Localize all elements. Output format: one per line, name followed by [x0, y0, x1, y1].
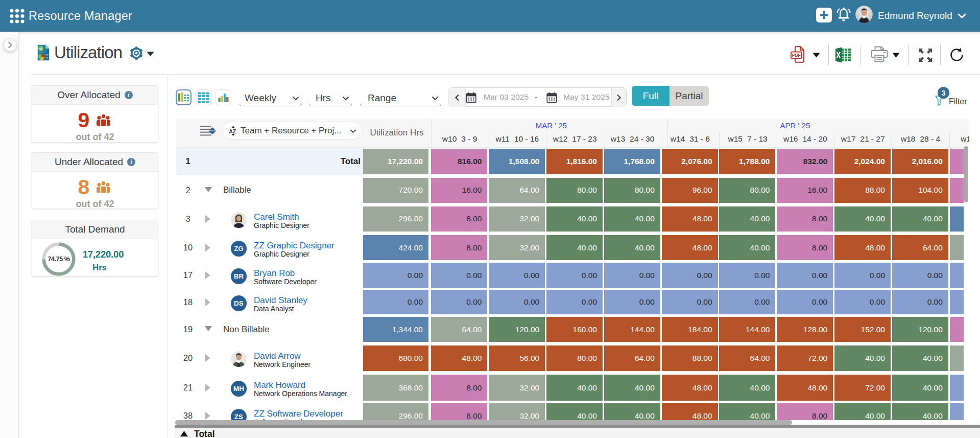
week-cell[interactable]: 80.00 — [546, 345, 603, 371]
utilization-cell[interactable]: 0.00 — [363, 290, 429, 315]
week-cell[interactable]: 8.00 — [431, 375, 487, 401]
week-cell[interactable]: 40.00 — [604, 403, 660, 420]
week-cell[interactable]: 88.00 — [662, 345, 718, 371]
print-icon[interactable] — [871, 46, 888, 62]
week-cell[interactable]: 40.00 — [719, 235, 775, 260]
week-cell[interactable]: 40.00 — [834, 403, 891, 420]
week-cell[interactable]: 0.00 — [662, 290, 718, 315]
week-cell[interactable]: 40.00 — [719, 206, 775, 232]
utilization-cell[interactable]: 1,344.00 — [363, 317, 429, 342]
week-cell[interactable]: 80.00 — [604, 178, 660, 203]
week-cell[interactable]: 0.00 — [431, 263, 487, 288]
week-cell[interactable]: 120.00 — [489, 317, 545, 342]
week-cell-partial[interactable] — [950, 317, 964, 342]
resource-name[interactable]: David Stanley — [254, 295, 307, 306]
week-cell[interactable]: 40.00 — [546, 375, 603, 401]
user-avatar[interactable] — [855, 6, 873, 23]
gantt-view-button[interactable] — [176, 89, 192, 105]
week-cell[interactable]: 40.00 — [604, 375, 660, 401]
week-cell[interactable]: 8.00 — [777, 235, 833, 260]
week-cell[interactable]: 40.00 — [892, 403, 948, 420]
week-cell[interactable]: 48.00 — [662, 235, 718, 260]
week-cell[interactable]: 48.00 — [662, 206, 718, 232]
week-cell[interactable]: 128.00 — [777, 317, 833, 342]
period-select[interactable]: Weekly — [245, 93, 276, 104]
resource-name[interactable]: ZZ Software Developer — [254, 409, 343, 419]
info-icon[interactable]: i — [125, 91, 133, 99]
week-cell[interactable]: 0.00 — [834, 263, 891, 288]
week-cell[interactable]: 104.00 — [892, 178, 948, 203]
week-cell[interactable]: 40.00 — [604, 206, 660, 232]
toggle-partial-button[interactable]: Partial — [670, 86, 709, 106]
group-label[interactable]: Non Billable — [223, 317, 270, 342]
week-cell[interactable]: 80.00 — [546, 178, 603, 203]
week-cell[interactable]: 32.00 — [489, 375, 545, 401]
week-cell[interactable]: 8.00 — [777, 403, 833, 420]
week-cell[interactable]: 32.00 — [489, 206, 545, 232]
filter-label[interactable]: Filter — [949, 97, 967, 106]
week-header[interactable]: w103 - 9 — [431, 132, 489, 147]
add-button[interactable] — [816, 8, 832, 22]
week-cell[interactable]: 40.00 — [719, 375, 775, 401]
week-cell[interactable]: 64.00 — [719, 345, 775, 371]
utilization-cell[interactable]: 17,220.00 — [363, 149, 429, 174]
week-header[interactable]: w1614 - 20 — [777, 132, 834, 147]
week-cell[interactable]: 40.00 — [719, 403, 775, 420]
week-header[interactable]: w1324 - 30 — [604, 132, 661, 147]
week-cell[interactable]: 1,768.00 — [604, 149, 660, 174]
utilization-cell[interactable]: 424.00 — [363, 235, 429, 260]
week-cell[interactable]: 0.00 — [719, 263, 775, 288]
expand-resource-icon[interactable] — [205, 244, 210, 251]
date-prev-button[interactable] — [448, 88, 466, 107]
week-cell[interactable]: 0.00 — [604, 263, 660, 288]
caret-down-icon[interactable] — [146, 51, 155, 57]
week-header[interactable]: w1431 - 6 — [661, 132, 719, 147]
week-cell[interactable]: 1,508.00 — [489, 149, 545, 174]
week-cell[interactable]: 0.00 — [834, 290, 891, 315]
utilization-cell[interactable]: 296.00 — [363, 206, 429, 232]
week-cell[interactable]: 40.00 — [546, 235, 603, 260]
expand-resource-icon[interactable] — [205, 384, 210, 391]
week-cell[interactable]: 0.00 — [431, 290, 487, 315]
excel-export-icon[interactable] — [835, 47, 852, 63]
week-cell[interactable]: 8.00 — [431, 403, 487, 420]
group-label[interactable]: Billable — [223, 178, 251, 203]
week-cell[interactable]: 184.00 — [662, 317, 718, 342]
week-cell[interactable]: 64.00 — [431, 317, 487, 342]
expand-resource-icon[interactable] — [205, 354, 210, 362]
week-header[interactable]: w1828 - 4 — [892, 132, 949, 147]
utilization-cell[interactable]: 296.00 — [363, 403, 429, 420]
week-cell[interactable]: 40.00 — [892, 375, 948, 401]
week-cell[interactable]: 1,816.00 — [546, 149, 603, 174]
week-cell[interactable]: 0.00 — [546, 290, 603, 315]
week-cell[interactable]: 32.00 — [489, 403, 545, 420]
date-from[interactable]: Mar 03 2025 — [484, 88, 529, 106]
week-cell-partial[interactable] — [950, 149, 964, 174]
resource-name[interactable]: Bryan Rob — [254, 268, 295, 279]
expand-resource-icon[interactable] — [205, 412, 210, 420]
utilization-hrs-header[interactable]: Utilization Hrs — [363, 119, 431, 147]
week-cell[interactable]: 96.00 — [662, 178, 718, 203]
week-cell[interactable]: 816.00 — [431, 149, 487, 174]
info-icon[interactable]: i — [127, 158, 135, 166]
horizontal-scrollbar-track[interactable] — [175, 425, 980, 428]
week-cell[interactable]: 16.00 — [777, 178, 833, 203]
week-cell-partial[interactable] — [950, 375, 964, 401]
week-cell[interactable]: 0.00 — [777, 290, 833, 315]
week-cell[interactable]: 48.00 — [662, 403, 718, 420]
expand-panel-button[interactable] — [4, 38, 17, 52]
utilization-cell[interactable]: 680.00 — [363, 345, 429, 371]
week-cell[interactable]: 48.00 — [431, 345, 487, 371]
week-cell[interactable]: 1,788.00 — [719, 149, 775, 174]
group-by-select[interactable]: AZ Team + Resource + Proj... — [222, 122, 362, 140]
week-cell[interactable]: 0.00 — [604, 290, 660, 315]
week-cell[interactable]: 0.00 — [546, 263, 603, 288]
utilization-cell[interactable]: 0.00 — [363, 263, 429, 288]
toggle-full-button[interactable]: Full — [632, 86, 670, 106]
week-cell[interactable]: 8.00 — [777, 206, 833, 232]
week-cell[interactable]: 80.00 — [719, 178, 775, 203]
chart-view-button[interactable] — [216, 89, 231, 105]
week-header[interactable]: w1110 - 16 — [489, 132, 546, 147]
utilization-cell[interactable]: 720.00 — [363, 178, 429, 203]
collapse-group-icon[interactable] — [205, 187, 212, 192]
